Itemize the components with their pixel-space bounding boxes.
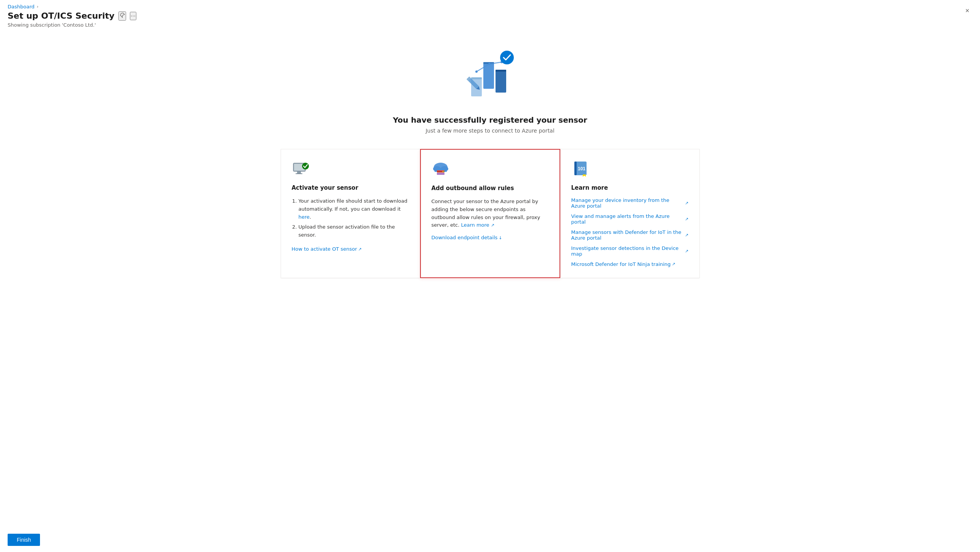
ext-icon-5: ↗ bbox=[672, 262, 675, 267]
breadcrumb: Dashboard › bbox=[0, 0, 980, 11]
svg-rect-25 bbox=[437, 170, 444, 171]
activate-sensor-icon bbox=[292, 160, 310, 178]
outbound-rules-card: Add outbound allow rules Connect your se… bbox=[420, 149, 560, 278]
download-endpoint-link[interactable]: Download endpoint details ↓ bbox=[432, 234, 502, 242]
hero-illustration bbox=[460, 43, 521, 104]
outbound-rules-icon bbox=[432, 160, 450, 179]
svg-rect-2 bbox=[471, 77, 482, 79]
learn-more-icon: ↗ bbox=[491, 223, 494, 228]
bottom-bar: Finish bbox=[0, 528, 980, 552]
svg-rect-18 bbox=[296, 173, 302, 174]
more-options-button[interactable]: ··· bbox=[130, 12, 136, 20]
finish-button[interactable]: Finish bbox=[8, 534, 40, 546]
link-manage-alerts[interactable]: View and manage alerts from the Azure po… bbox=[571, 213, 689, 225]
svg-point-14 bbox=[500, 51, 514, 64]
main-content: You have successfully registered your se… bbox=[0, 35, 980, 528]
svg-point-19 bbox=[302, 163, 309, 170]
download-here-link[interactable]: here bbox=[299, 214, 310, 220]
svg-point-27 bbox=[443, 171, 444, 172]
ext-icon-4: ↗ bbox=[685, 249, 688, 254]
outbound-rules-title: Add outbound allow rules bbox=[432, 185, 549, 192]
activate-sensor-title: Activate your sensor bbox=[292, 184, 409, 191]
activate-sensor-body: Your activation file should start to dow… bbox=[292, 197, 409, 253]
outbound-rules-text: Connect your sensor to the Azure portal … bbox=[432, 198, 549, 229]
learn-more-icon-img: 101 bbox=[571, 160, 590, 178]
pin-icon bbox=[119, 12, 125, 18]
link-device-inventory[interactable]: Manage your device inventory from the Az… bbox=[571, 197, 689, 209]
page-subtitle: Showing subscription 'Contoso Ltd.' bbox=[0, 22, 980, 35]
pin-button[interactable] bbox=[118, 11, 126, 21]
activate-step-2: Upload the sensor activation file to the… bbox=[299, 223, 409, 239]
activate-sensor-card: Activate your sensor Your activation fil… bbox=[281, 149, 420, 278]
learn-more-link[interactable]: Learn more ↗ bbox=[461, 222, 494, 228]
svg-rect-5 bbox=[496, 70, 506, 93]
learn-more-links-list: Manage your device inventory from the Az… bbox=[571, 197, 689, 267]
link-manage-sensors[interactable]: Manage sensors with Defender for IoT in … bbox=[571, 229, 689, 241]
link-device-map[interactable]: Investigate sensor detections in the Dev… bbox=[571, 245, 689, 257]
cards-container: Activate your sensor Your activation fil… bbox=[281, 149, 700, 278]
svg-text:101: 101 bbox=[578, 166, 585, 171]
external-link-icon: ↗ bbox=[358, 246, 361, 253]
breadcrumb-chevron: › bbox=[37, 4, 38, 9]
breadcrumb-parent-link[interactable]: Dashboard bbox=[8, 4, 35, 10]
activate-steps-list: Your activation file should start to dow… bbox=[292, 197, 409, 239]
ext-icon-2: ↗ bbox=[685, 217, 688, 222]
page-title: Set up OT/ICS Security bbox=[8, 11, 115, 21]
activate-step-1: Your activation file should start to dow… bbox=[299, 197, 409, 221]
svg-marker-33 bbox=[583, 174, 586, 177]
link-ninja-training[interactable]: Microsoft Defender for IoT Ninja trainin… bbox=[571, 261, 689, 267]
how-to-activate-link[interactable]: How to activate OT sensor ↗ bbox=[292, 245, 362, 253]
svg-rect-17 bbox=[297, 171, 301, 173]
learn-more-card: 101 Learn more Manage your device invent… bbox=[560, 149, 700, 278]
svg-rect-6 bbox=[496, 70, 506, 72]
close-button[interactable]: × bbox=[962, 5, 972, 16]
ellipsis-icon: ··· bbox=[131, 13, 136, 19]
svg-rect-31 bbox=[574, 162, 577, 175]
ext-icon-3: ↗ bbox=[685, 233, 688, 238]
download-icon: ↓ bbox=[499, 235, 502, 242]
learn-more-title: Learn more bbox=[571, 184, 689, 191]
svg-rect-29 bbox=[437, 173, 444, 174]
page-title-row: Set up OT/ICS Security ··· bbox=[0, 11, 980, 22]
svg-point-26 bbox=[442, 171, 443, 172]
outbound-rules-body: Connect your sensor to the Azure portal … bbox=[432, 198, 549, 242]
success-title: You have successfully registered your se… bbox=[393, 115, 587, 125]
success-subtitle: Just a few more steps to connect to Azur… bbox=[425, 128, 554, 134]
ext-icon-1: ↗ bbox=[685, 201, 688, 206]
svg-point-8 bbox=[488, 63, 491, 65]
svg-point-7 bbox=[475, 70, 478, 73]
